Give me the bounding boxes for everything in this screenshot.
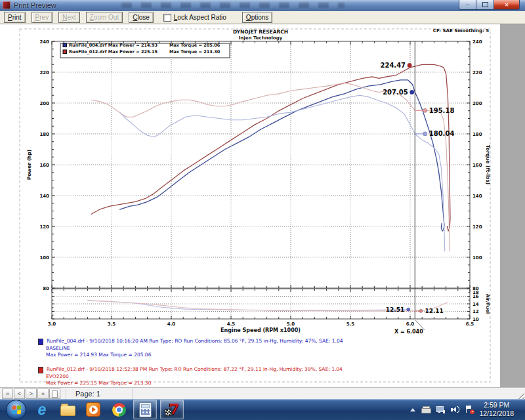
separator	[132, 388, 133, 399]
next-page-button[interactable]: >	[26, 388, 37, 399]
svg-text:3.0: 3.0	[48, 322, 56, 327]
taskbar-item-chrome[interactable]	[108, 400, 130, 419]
run-max-values: Max Power = 214.93 Max Torque = 205.06	[38, 352, 343, 358]
dyno-chart: DYNOJET RESEARCHInjen TechnologyCF: SAE …	[0, 24, 525, 387]
svg-text:5.0: 5.0	[287, 322, 295, 327]
svg-text:180: 180	[472, 132, 482, 137]
restore-icon	[482, 2, 488, 7]
svg-text:195.18: 195.18	[429, 107, 455, 114]
svg-text:120: 120	[472, 224, 482, 230]
prev-label: Prev	[35, 14, 49, 21]
svg-text:DYNOJET RESEARCH: DYNOJET RESEARCH	[233, 29, 288, 35]
svg-text:140: 140	[39, 194, 49, 199]
run-max-values: Max Power = 225.15 Max Torque = 213.30	[38, 380, 343, 387]
restore-button[interactable]	[476, 0, 494, 10]
zoom-out-button[interactable]: Zoom Out	[86, 12, 123, 23]
svg-text:Max Torque = 213.30: Max Torque = 213.30	[169, 49, 220, 54]
axis-labels: 8080100100120120140140160160180180200200…	[26, 39, 491, 334]
internet-explorer-icon: e	[38, 402, 47, 417]
svg-text:4.0: 4.0	[167, 322, 176, 327]
svg-text:Engine Speed (RPM x1000): Engine Speed (RPM x1000)	[220, 327, 301, 333]
svg-text:220: 220	[39, 70, 49, 75]
svg-text:12: 12	[472, 309, 479, 314]
run-info-block-evo2200: RunFile_012.drf - 9/10/2018 12:52:38 PM …	[38, 366, 343, 387]
run-info-block-baseline: RunFile_004.drf - 9/10/2018 10:16:20 AM …	[38, 338, 343, 358]
toolbar: Print Prev Next Zoom Out Close Lock Aspe…	[0, 11, 525, 24]
print-button[interactable]: Print	[4, 12, 26, 23]
lock-aspect-ratio-control: Lock Aspect Ratio	[163, 14, 226, 22]
data-annotations: 224.47207.05195.18180.0412.5112.11	[380, 62, 454, 314]
options-button[interactable]: Options	[242, 12, 272, 23]
page-setup-button[interactable]	[49, 388, 60, 399]
chrome-icon	[112, 403, 126, 417]
titlebar[interactable]: Print Preview ─ ✕	[0, 0, 525, 12]
svg-text:Torque (ft-lbs): Torque (ft-lbs)	[485, 145, 491, 185]
clock-time: 2:59 PM	[479, 401, 514, 410]
svg-text:4.5: 4.5	[227, 322, 236, 327]
chart-header: DYNOJET RESEARCHInjen TechnologyCF: SAE …	[233, 28, 489, 41]
windows-logo-icon	[12, 405, 21, 414]
run-color-swatch	[38, 339, 43, 345]
svg-text:5.5: 5.5	[346, 322, 355, 327]
winpep7-icon: 7	[165, 402, 179, 417]
run-info: RunFile_004.drf - 9/10/2018 10:16:20 AM …	[38, 338, 343, 394]
network-tray-icon[interactable]	[436, 406, 445, 413]
window-controls: ─ ✕	[459, 0, 520, 10]
last-page-button[interactable]: »	[37, 388, 49, 399]
printer-tray-icon[interactable]	[421, 406, 430, 413]
options-label: Options	[246, 14, 268, 21]
taskbar: e 7 × 2:59 PM 12/12/2018	[0, 399, 525, 420]
lock-aspect-ratio-label: Lock Aspect Ratio	[174, 14, 226, 21]
axis-ticks	[52, 41, 470, 319]
titlebar-ghost-text	[121, 3, 345, 8]
svg-text:12.11: 12.11	[425, 308, 443, 314]
svg-text:Max Torque = 205.06: Max Torque = 205.06	[169, 43, 220, 48]
svg-text:240: 240	[472, 39, 482, 45]
window-title: Print Preview	[14, 1, 56, 9]
taskbar-item-internet-explorer[interactable]: e	[31, 400, 53, 419]
svg-text:14: 14	[472, 302, 479, 307]
svg-text:180: 180	[39, 132, 49, 137]
chart-legend: RunFile_004.drf Max Power = 214.93Max To…	[60, 43, 230, 58]
print-preview-page: DYNOJET RESEARCHInjen TechnologyCF: SAE …	[0, 24, 525, 387]
svg-text:220: 220	[472, 70, 482, 75]
svg-text:80: 80	[43, 286, 49, 291]
next-button[interactable]: Next	[58, 12, 80, 23]
show-hidden-icons-button[interactable]	[410, 408, 415, 411]
calculator-icon	[139, 402, 152, 417]
series-torque-baseline	[120, 95, 445, 251]
action-center-tray-icon[interactable]: ×	[465, 406, 473, 413]
lock-aspect-ratio-checkbox[interactable]	[163, 14, 171, 22]
series-torque-evo2200	[91, 83, 450, 251]
volume-tray-icon[interactable]	[451, 406, 459, 413]
clock[interactable]: 2:59 PM 12/12/2018	[479, 401, 514, 418]
previous-page-button[interactable]: <	[14, 388, 25, 399]
prev-button[interactable]: Prev	[32, 12, 53, 23]
resize-grip[interactable]	[516, 390, 524, 399]
taskbar-item-calculator[interactable]	[133, 400, 157, 419]
svg-text:200: 200	[472, 101, 482, 106]
first-page-button[interactable]: «	[2, 388, 13, 399]
close-button[interactable]: ✕	[494, 0, 520, 10]
svg-text:180.04: 180.04	[429, 130, 455, 137]
svg-text:RunFile_012.drf Max Power = 22: RunFile_012.drf Max Power = 225.15	[69, 49, 158, 54]
minimize-button[interactable]: ─	[459, 0, 476, 10]
close-label: Close	[133, 14, 150, 21]
svg-text:Injen Technology: Injen Technology	[239, 35, 283, 41]
page-navigation-bar: « < > » Page: 1	[0, 387, 525, 400]
run-name: BASELINE	[38, 345, 343, 352]
page-indicator: Page: 1	[75, 390, 100, 398]
gridlines	[52, 41, 470, 319]
close-preview-button[interactable]: Close	[129, 12, 154, 23]
media-player-icon	[86, 402, 100, 417]
run-color-swatch	[38, 367, 43, 373]
svg-text:207.05: 207.05	[383, 89, 408, 96]
taskbar-item-media-player[interactable]	[82, 400, 104, 419]
taskbar-item-file-explorer[interactable]	[56, 400, 79, 419]
svg-text:Air/Fuel: Air/Fuel	[485, 294, 490, 314]
taskbar-item-winpep7[interactable]: 7	[160, 400, 184, 419]
start-button[interactable]	[6, 400, 26, 420]
svg-text:200: 200	[39, 101, 49, 106]
series-af-baseline	[88, 301, 410, 310]
svg-text:CF: SAE Smoothing: 5: CF: SAE Smoothing: 5	[433, 28, 489, 33]
